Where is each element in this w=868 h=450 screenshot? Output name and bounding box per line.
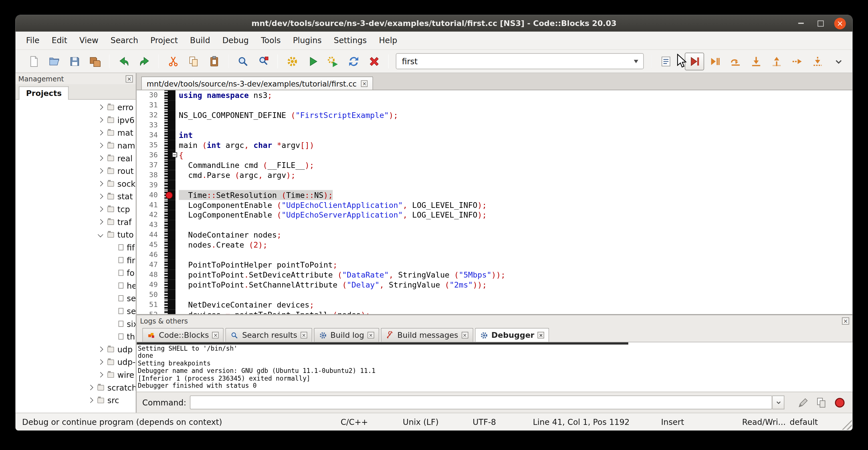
breakpoint-margin[interactable]	[164, 309, 176, 314]
tab-projects[interactable]: Projects	[19, 87, 69, 100]
chevron-right-icon[interactable]	[98, 359, 103, 365]
chevron-right-icon[interactable]	[98, 168, 103, 174]
tree-item-ipv6[interactable]: ipv6	[16, 114, 135, 126]
chevron-right-icon[interactable]	[98, 117, 103, 122]
code-line-40[interactable]: 40 Time::SetResolution (Time::NS);	[137, 190, 852, 200]
menu-plugins[interactable]: Plugins	[287, 36, 328, 45]
menu-help[interactable]: Help	[373, 36, 403, 45]
breakpoint-margin[interactable]	[164, 110, 176, 120]
breakpoint-margin[interactable]	[164, 200, 176, 210]
tree-item-fir[interactable]: fir	[16, 254, 135, 267]
breakpoint-margin[interactable]	[164, 140, 176, 150]
breakpoint-margin[interactable]	[164, 290, 176, 300]
find-button[interactable]	[233, 52, 252, 70]
code-line-32[interactable]: 32NS_LOG_COMPONENT_DEFINE ("FirstScriptE…	[137, 110, 852, 120]
step-into-button[interactable]	[746, 52, 766, 70]
next-line-button[interactable]	[725, 52, 745, 70]
tree-item-erro[interactable]: erro	[16, 101, 135, 114]
breakpoint-margin[interactable]	[164, 280, 176, 290]
chevron-right-icon[interactable]	[98, 143, 103, 148]
breakpoint-margin[interactable]	[164, 170, 176, 180]
copy-button[interactable]	[184, 52, 203, 70]
titlebar[interactable]: mnt/dev/tools/source/ns-3-dev/examples/t…	[16, 15, 852, 31]
command-dropdown-button[interactable]	[772, 395, 784, 410]
code-line-38[interactable]: 38 cmd.Parse (argc, argv);	[137, 170, 852, 180]
menu-file[interactable]: File	[20, 36, 45, 45]
resize-grip[interactable]	[840, 418, 852, 430]
breakpoint-marker[interactable]	[165, 191, 173, 199]
code-line-51[interactable]: 51 NetDeviceContainer devices;	[137, 300, 852, 310]
tree-item-six[interactable]: six	[16, 318, 135, 330]
code-line-34[interactable]: 34int	[137, 130, 852, 140]
code-line-39[interactable]: 39	[137, 180, 852, 190]
tree-item-th[interactable]: th	[16, 330, 135, 343]
code-line-49[interactable]: 49 pointToPoint.SetChannelAttribute ("De…	[137, 280, 852, 290]
breakpoint-margin[interactable]	[164, 130, 176, 140]
breakpoint-margin[interactable]	[164, 90, 176, 100]
build-target-combo[interactable]: first	[396, 53, 644, 69]
logs-tab-build-log[interactable]: Build log	[314, 328, 379, 342]
tree-item-udp[interactable]: udp	[16, 343, 135, 356]
breakpoint-margin[interactable]	[164, 210, 176, 220]
tree-item-wire[interactable]: wire	[16, 368, 135, 381]
code-line-37[interactable]: 37 CommandLine cmd (__FILE__);	[137, 160, 852, 170]
tree-item-tcp[interactable]: tcp	[16, 203, 135, 216]
logs-tab-build-messages[interactable]: Build messages	[381, 328, 473, 342]
tree-item-fo[interactable]: fo	[16, 266, 135, 279]
chevron-right-icon[interactable]	[88, 397, 93, 403]
menu-view[interactable]: View	[73, 36, 104, 45]
redo-button[interactable]	[134, 52, 154, 70]
code-line-45[interactable]: 45 nodes.Create (2);	[137, 240, 852, 250]
breakpoint-margin[interactable]	[164, 220, 176, 230]
chevron-right-icon[interactable]	[98, 347, 103, 352]
tab-close-icon[interactable]	[461, 332, 468, 338]
tree-item-mat[interactable]: mat	[16, 126, 135, 139]
code-line-41[interactable]: 41 LogComponentEnable ("UdpEchoClientApp…	[137, 200, 852, 210]
open-file-button[interactable]	[44, 52, 64, 70]
tree-item-traf[interactable]: traf	[16, 216, 135, 229]
logs-close-icon[interactable]	[842, 317, 849, 324]
chevron-right-icon[interactable]	[98, 181, 103, 186]
code-line-44[interactable]: 44 NodeContainer nodes;	[137, 230, 852, 240]
breakpoint-margin[interactable]	[164, 160, 176, 170]
command-input[interactable]	[190, 395, 772, 410]
tree-item-se[interactable]: se	[16, 292, 135, 305]
tab-close-icon[interactable]	[301, 332, 307, 338]
debugger-log[interactable]: Setting SHELL to '/bin/sh'doneSetting br…	[137, 342, 852, 392]
chevron-right-icon[interactable]	[98, 372, 103, 378]
build-and-run-button[interactable]	[323, 52, 343, 70]
management-close-icon[interactable]	[126, 75, 133, 82]
code-line-52[interactable]: 52 devices = pointToPoint.Install (nodes…	[137, 309, 852, 314]
menu-project[interactable]: Project	[144, 36, 184, 45]
tab-close-icon[interactable]	[212, 332, 219, 338]
minimize-button[interactable]	[796, 18, 807, 29]
tree-item-udp[interactable]: udp-	[16, 356, 135, 368]
tree-item-he[interactable]: he	[16, 279, 135, 292]
new-file-button[interactable]	[24, 52, 43, 70]
breakpoint-margin[interactable]	[164, 120, 176, 130]
code-line-43[interactable]: 43	[137, 220, 852, 230]
code-line-36[interactable]: 36{	[137, 150, 852, 160]
menu-search[interactable]: Search	[104, 36, 144, 45]
breakpoint-margin[interactable]	[164, 300, 176, 310]
tree-item-stat[interactable]: stat	[16, 190, 135, 203]
logs-tab-search-results[interactable]: Search results	[225, 328, 312, 342]
chevron-right-icon[interactable]	[98, 193, 103, 199]
logs-tab-code-blocks[interactable]: Code::Blocks	[143, 328, 224, 342]
tree-item-sock[interactable]: sock	[16, 177, 135, 190]
tree-item-real[interactable]: real	[16, 152, 135, 165]
logs-tab-debugger[interactable]: Debugger	[475, 328, 549, 342]
code-line-33[interactable]: 33	[137, 120, 852, 130]
editor-tab-close-icon[interactable]	[361, 80, 368, 87]
breakpoint-margin[interactable]	[164, 260, 176, 270]
chevron-right-icon[interactable]	[98, 130, 103, 136]
chevron-down-icon[interactable]	[98, 232, 103, 237]
menu-debug[interactable]: Debug	[216, 36, 255, 45]
code-line-50[interactable]: 50	[137, 290, 852, 300]
step-out-button[interactable]	[767, 52, 786, 70]
tree-item-nam[interactable]: nam	[16, 139, 135, 152]
step-into-instruction-button[interactable]	[807, 52, 827, 70]
code-line-42[interactable]: 42 LogComponentEnable ("UdpEchoServerApp…	[137, 210, 852, 220]
run-button[interactable]	[303, 52, 322, 70]
build-button[interactable]	[282, 52, 302, 70]
